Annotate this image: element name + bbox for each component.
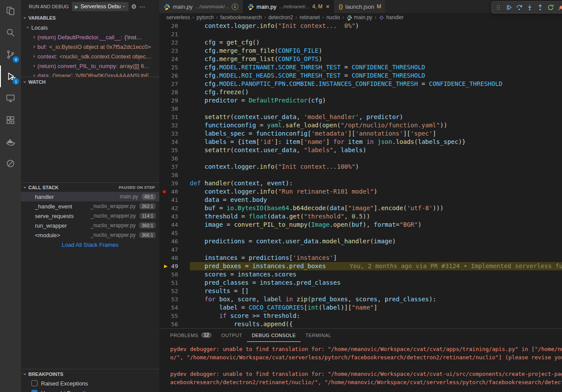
line-number[interactable]: 43 (169, 212, 190, 221)
line-gutter[interactable]: 37 (159, 163, 190, 171)
line-gutter[interactable]: 44 (159, 221, 190, 229)
variable-row[interactable]: ›(return) convert_PIL_to_numpy:array([[[… (21, 61, 159, 71)
checkbox[interactable] (31, 380, 38, 386)
panel-tab-debug-console[interactable]: DEBUG CONSOLE (247, 329, 301, 342)
activity-item-docker[interactable] (0, 131, 21, 153)
line-gutter[interactable]: 29 (159, 96, 190, 105)
line-number[interactable]: 46 (169, 237, 190, 245)
line-gutter[interactable]: 46 (159, 237, 190, 245)
line-number[interactable]: 48 (169, 254, 190, 262)
code-line-content[interactable]: context.logger.info("Run retinanet-R101 … (190, 187, 562, 196)
tab-main-py[interactable]: main.py.../siammask/...1 (159, 0, 243, 13)
code-line-content[interactable]: cfg.merge_from_list(CONFIG_OPTS) (190, 55, 562, 63)
line-number[interactable]: 53 (169, 295, 190, 303)
line-number[interactable]: 51 (169, 279, 190, 287)
panel-tab-output[interactable]: OUTPUT (216, 329, 247, 342)
load-all-stack-frames-link[interactable]: Load All Stack Frames (21, 240, 159, 249)
code-line-content[interactable]: labels = {item['id']: item['name'] for i… (190, 138, 562, 146)
code-line-content[interactable]: pred_classes = instances.pred_classes (190, 279, 562, 287)
call-stack-section-header[interactable]: › CALL STACK PAUSED ON STEP (21, 182, 159, 192)
line-gutter[interactable]: 36 (159, 154, 190, 163)
variables-scope-locals[interactable]: › Locals (21, 23, 159, 32)
variable-row[interactable]: ›data:{'image': 'iVBORw0KGgoAAAANSUhE… (21, 71, 159, 77)
line-gutter[interactable]: ●40 (159, 187, 190, 196)
code-line-content[interactable]: context.logger.info("Init context... 0%"… (190, 22, 562, 30)
code-line-content[interactable]: data = event.body (190, 196, 562, 204)
code-line-content[interactable]: setattr(context.user_data, 'model_handle… (190, 113, 562, 121)
panel-tab-terminal[interactable]: TERMINAL (301, 329, 336, 342)
code-line-content[interactable] (190, 30, 562, 38)
grip-button[interactable] (493, 2, 504, 13)
activity-item-run-debug[interactable]: 1 (0, 65, 21, 87)
code-line-content[interactable]: if score >= threshold: (190, 312, 562, 320)
line-gutter[interactable]: 42 (159, 204, 190, 212)
code-line-content[interactable]: results = [] (190, 287, 562, 295)
more-actions-icon[interactable]: ⋯ (139, 3, 145, 10)
line-gutter[interactable]: 52 (159, 287, 190, 295)
line-number[interactable]: 40 (169, 187, 190, 196)
line-gutter[interactable]: 45 (159, 229, 190, 237)
tab-launch-json[interactable]: {}launch.jsonM (334, 0, 386, 13)
panel-tab-problems[interactable]: PROBLEMS12 (165, 329, 216, 342)
activity-item-source-control[interactable]: 8 (0, 44, 21, 65)
breadcrumb-item-handler[interactable]: handler (379, 14, 404, 20)
breadcrumb-item-main-py[interactable]: main.py (346, 14, 372, 20)
restart-button[interactable] (545, 2, 556, 13)
line-number[interactable]: 41 (169, 196, 190, 204)
line-gutter[interactable]: 27 (159, 80, 190, 88)
code-line-content[interactable]: functionconfig = yaml.safe_load(open("/o… (190, 121, 562, 130)
code-line-content[interactable]: def handler(context, event): (190, 179, 562, 187)
line-number[interactable]: 55 (169, 312, 190, 320)
line-gutter[interactable]: 38 (159, 171, 190, 179)
code-line-content[interactable]: cfg.freeze() (190, 88, 562, 96)
line-number[interactable]: 22 (169, 38, 190, 47)
code-line-content[interactable]: label = COCO_CATEGORIES[int(label)]["nam… (190, 303, 562, 312)
line-number[interactable]: 32 (169, 121, 190, 130)
gear-icon[interactable]: ⚙ (131, 3, 137, 10)
line-gutter[interactable]: 47 (159, 245, 190, 254)
line-gutter[interactable]: 39 (159, 179, 190, 187)
breadcrumb-item-nuclio[interactable]: nuclio (326, 14, 340, 20)
breakpoint-icon[interactable]: ● (159, 187, 169, 196)
line-gutter[interactable]: 34 (159, 138, 190, 146)
line-gutter[interactable]: 49 (159, 262, 190, 270)
line-gutter[interactable]: 41 (159, 196, 190, 204)
activity-item-search[interactable] (0, 22, 21, 44)
line-number[interactable]: 21 (169, 30, 190, 38)
line-number[interactable]: 50 (169, 270, 190, 279)
activity-item-extensions[interactable] (0, 109, 21, 131)
line-number[interactable]: 30 (169, 105, 190, 113)
step-over-button[interactable] (514, 2, 524, 13)
watch-section-header[interactable]: › WATCH (21, 77, 159, 86)
line-gutter[interactable]: 51 (159, 279, 190, 287)
line-gutter[interactable]: 24 (159, 55, 190, 63)
breadcrumb-item-facebookresearch[interactable]: facebookresearch (220, 14, 262, 20)
code-line-content[interactable]: buf = io.BytesIO(base64.b64decode(data["… (190, 204, 562, 212)
code-line-content[interactable]: cfg.MODEL.RETINANET.SCORE_THRESH_TEST = … (190, 63, 562, 72)
line-number[interactable]: 29 (169, 96, 190, 105)
activity-item-explorer[interactable] (0, 0, 21, 22)
breadcrumb-item-retinanet[interactable]: retinanet (299, 14, 320, 20)
line-number[interactable]: 24 (169, 55, 190, 63)
line-gutter[interactable]: 20 (159, 22, 190, 30)
line-number[interactable]: 36 (169, 154, 190, 163)
code-line-content[interactable]: results.append({ (190, 320, 562, 328)
variable-row[interactable]: ›buf:<_io.BytesIO object at 0x7f5a2dc1ec… (21, 42, 159, 51)
line-gutter[interactable]: 33 (159, 130, 190, 138)
line-number[interactable]: 26 (169, 72, 190, 80)
line-number[interactable]: 27 (169, 80, 190, 88)
line-number[interactable]: 49 (169, 262, 190, 270)
line-number[interactable]: 39 (169, 179, 190, 187)
code-line-content[interactable]: predictor = DefaultPredictor(cfg) (190, 96, 562, 105)
activity-item-circle-slash[interactable] (0, 153, 21, 174)
line-number[interactable]: 44 (169, 221, 190, 229)
breadcrumb-item-pytorch[interactable]: pytorch (197, 14, 214, 20)
line-gutter[interactable]: 26 (159, 72, 190, 80)
code-line-content[interactable]: instances = predictions['instances'] (190, 254, 562, 262)
variables-section-header[interactable]: › VARIABLES (21, 13, 159, 23)
stack-frame[interactable]: serve_requests_nuclio_wrapper.py114:1 (21, 211, 159, 221)
line-number[interactable]: 34 (169, 138, 190, 146)
code-line-content[interactable] (190, 105, 562, 113)
launch-config-dropdown[interactable]: ▶ Serverless Debu › (72, 2, 129, 11)
line-number[interactable]: 33 (169, 130, 190, 138)
